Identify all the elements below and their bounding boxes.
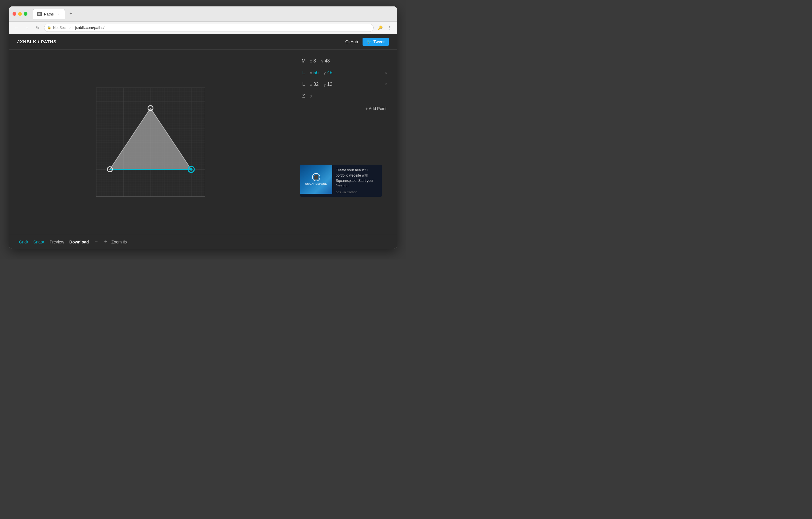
tab-favicon-icon bbox=[37, 12, 42, 16]
preview-button[interactable]: Preview bbox=[48, 239, 66, 245]
path-coords: x bbox=[310, 93, 389, 99]
forward-icon: → bbox=[25, 25, 29, 30]
ad-logo: ⬛ SQUARESPACE bbox=[306, 173, 327, 185]
browser-tab[interactable]: Paths × bbox=[33, 9, 65, 19]
svg-point-0 bbox=[38, 13, 40, 15]
tab-close-button[interactable]: × bbox=[56, 12, 61, 16]
path-command-active: L bbox=[300, 70, 307, 75]
canvas-area[interactable] bbox=[9, 50, 292, 235]
app-logo: JXNBLK / PATHS bbox=[17, 39, 57, 44]
y-label: y bbox=[324, 71, 326, 75]
path-command: M bbox=[300, 58, 307, 64]
zoom-level: Zoom 6x bbox=[111, 240, 127, 244]
ad-text: Create your beautiful portfolio website … bbox=[336, 168, 378, 189]
download-button[interactable]: Download bbox=[68, 239, 91, 245]
squarespace-name: SQUARESPACE bbox=[306, 183, 327, 185]
tab-area: Paths × + bbox=[33, 9, 394, 19]
coord-group-y: y 12 bbox=[324, 82, 332, 87]
coord-group-x: x 32 bbox=[310, 82, 319, 87]
grid-canvas[interactable] bbox=[96, 88, 205, 197]
y-value[interactable]: 48 bbox=[325, 58, 330, 64]
tab-title: Paths bbox=[44, 12, 54, 16]
right-panel: M x 8 y 48 bbox=[292, 50, 397, 235]
coord-group-y: y 48 bbox=[324, 70, 332, 75]
new-tab-button[interactable]: + bbox=[67, 10, 75, 18]
menu-button[interactable]: ⋮ bbox=[385, 24, 394, 32]
traffic-lights bbox=[12, 12, 27, 16]
menu-icon: ⋮ bbox=[387, 25, 392, 30]
browser-window: Paths × + ← → ↻ 🔒 Not Secure | jxnblk.co… bbox=[9, 6, 397, 249]
x-value-active[interactable]: 56 bbox=[314, 70, 319, 75]
bottom-toolbar: Grid• Snap• Preview Download − + Zoom 6x bbox=[9, 235, 397, 249]
grid-dot: • bbox=[27, 240, 28, 244]
url-separator: | bbox=[72, 25, 73, 30]
ad-footer: ads via Carbon bbox=[336, 190, 378, 194]
security-icon: 🔒 bbox=[47, 26, 51, 29]
ad-panel: ⬛ SQUARESPACE Create your beautiful port… bbox=[300, 165, 382, 197]
delete-point-button[interactable]: × bbox=[383, 70, 389, 75]
toolbar-actions: 🔑 ⋮ bbox=[376, 24, 394, 32]
back-button[interactable]: ← bbox=[12, 24, 21, 32]
coord-group-x: x bbox=[310, 93, 312, 99]
path-coords: x 32 y 12 bbox=[310, 82, 380, 87]
coord-group-y: y 48 bbox=[321, 58, 329, 64]
tweet-button[interactable]: 🐦 Tweet bbox=[362, 38, 389, 46]
app-main: M x 8 y 48 bbox=[9, 50, 397, 235]
minimize-button[interactable] bbox=[18, 12, 22, 16]
path-coords: x 8 y 48 bbox=[310, 58, 389, 64]
squarespace-icon: ⬛ bbox=[312, 173, 320, 181]
close-button[interactable] bbox=[12, 12, 16, 16]
back-icon: ← bbox=[14, 25, 19, 30]
browser-titlebar: Paths × + bbox=[9, 6, 397, 22]
app-header: JXNBLK / PATHS GitHub 🐦 Tweet bbox=[9, 34, 397, 50]
maximize-button[interactable] bbox=[24, 12, 27, 16]
ad-content: Create your beautiful portfolio website … bbox=[332, 165, 382, 197]
y-label: y bbox=[324, 82, 326, 87]
extensions-icon: 🔑 bbox=[378, 25, 383, 30]
x-label: x bbox=[310, 71, 312, 75]
x-label: x bbox=[310, 59, 312, 63]
table-row: L x 32 y 12 × bbox=[300, 82, 389, 87]
snap-dot: • bbox=[43, 240, 44, 244]
x-value[interactable]: 32 bbox=[314, 82, 319, 87]
snap-label: Snap bbox=[33, 240, 43, 244]
extensions-button[interactable]: 🔑 bbox=[376, 24, 384, 32]
y-label: y bbox=[321, 59, 323, 63]
address-bar[interactable]: 🔒 Not Secure | jxnblk.com/paths/ bbox=[44, 24, 374, 32]
x-value[interactable]: 8 bbox=[314, 58, 316, 64]
svg-point-8 bbox=[190, 168, 193, 170]
app-content: JXNBLK / PATHS GitHub 🐦 Tweet bbox=[9, 34, 397, 249]
refresh-button[interactable]: ↻ bbox=[33, 24, 42, 32]
forward-button[interactable]: → bbox=[23, 24, 31, 32]
path-table: M x 8 y 48 bbox=[300, 58, 389, 112]
grid-label: Grid bbox=[19, 240, 27, 244]
x-label: x bbox=[310, 82, 312, 87]
table-row: M x 8 y 48 bbox=[300, 58, 389, 64]
delete-point-button[interactable]: × bbox=[383, 82, 389, 87]
path-command: L bbox=[300, 82, 307, 87]
coord-group-x: x 56 bbox=[310, 70, 319, 75]
add-point-button[interactable]: + Add Point bbox=[363, 105, 389, 112]
y-value-active[interactable]: 48 bbox=[327, 70, 332, 75]
table-row: L x 56 y 48 × bbox=[300, 70, 389, 75]
coord-group-x: x 8 bbox=[310, 58, 316, 64]
url-text: jxnblk.com/paths/ bbox=[75, 25, 104, 30]
z-delete[interactable]: x bbox=[310, 93, 312, 99]
refresh-icon: ↻ bbox=[36, 25, 39, 30]
not-secure-label: Not Secure bbox=[53, 26, 70, 30]
tweet-label: Tweet bbox=[373, 39, 385, 44]
github-link[interactable]: GitHub bbox=[345, 39, 358, 44]
path-coords: x 56 y 48 bbox=[310, 70, 380, 75]
path-command-z: Z bbox=[300, 93, 307, 99]
grid-toggle[interactable]: Grid• bbox=[17, 239, 30, 245]
table-row: Z x bbox=[300, 93, 389, 99]
canvas-svg[interactable] bbox=[96, 88, 205, 196]
snap-toggle[interactable]: Snap• bbox=[31, 239, 46, 245]
y-value[interactable]: 12 bbox=[327, 82, 332, 87]
twitter-icon: 🐦 bbox=[367, 39, 372, 44]
ad-image: ⬛ SQUARESPACE bbox=[300, 165, 332, 194]
zoom-out-button[interactable]: − bbox=[92, 238, 100, 245]
browser-toolbar: ← → ↻ 🔒 Not Secure | jxnblk.com/paths/ 🔑… bbox=[9, 22, 397, 34]
zoom-in-button[interactable]: + bbox=[102, 238, 110, 245]
app-header-actions: GitHub 🐦 Tweet bbox=[345, 38, 389, 46]
